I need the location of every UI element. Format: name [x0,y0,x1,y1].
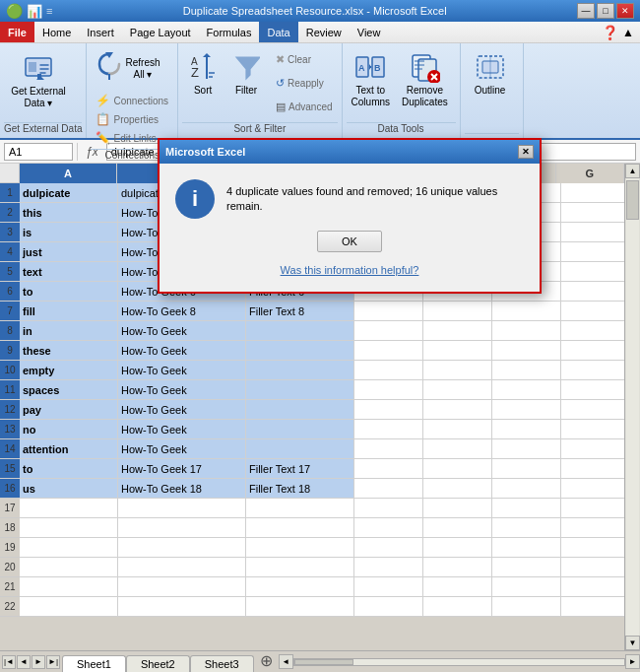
dialog-body: i 4 duplicate values found and removed; … [160,164,540,292]
dialog-content-row: i 4 duplicate values found and removed; … [175,179,524,219]
dialog-close-button[interactable]: ✕ [518,145,534,159]
dialog-title-bar: Microsoft Excel ✕ [160,140,540,164]
dialog-overlay: Microsoft Excel ✕ i 4 duplicate values f… [0,0,640,672]
dialog-message-text: 4 duplicate values found and removed; 16… [226,184,524,215]
dialog-title-text: Microsoft Excel [165,146,245,158]
dialog-info-icon: i [175,179,215,219]
dialog-ok-button[interactable]: OK [317,231,382,252]
dialog-help-link[interactable]: Was this information helpful? [281,264,419,276]
microsoft-excel-dialog: Microsoft Excel ✕ i 4 duplicate values f… [158,138,542,294]
